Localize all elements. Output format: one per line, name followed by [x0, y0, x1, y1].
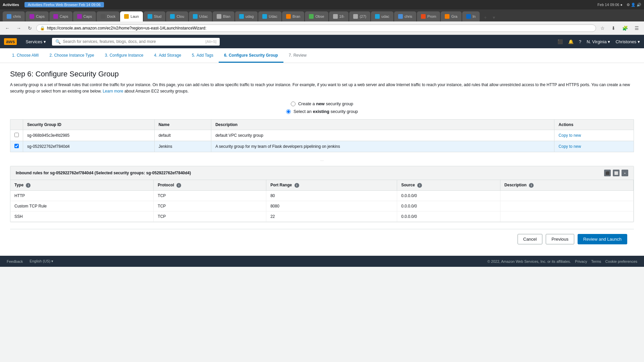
- radio-select-existing[interactable]: Select an existing security group: [286, 109, 358, 114]
- radio-create-new[interactable]: Create a new security group: [291, 101, 353, 106]
- tab-blan[interactable]: Blan: [213, 11, 234, 21]
- language-selector[interactable]: English (US) ▾: [30, 259, 53, 263]
- wizard-step-7[interactable]: 7. Review: [283, 49, 312, 63]
- wizard-step-3[interactable]: 3. Configure Instance: [100, 49, 149, 63]
- user-menu[interactable]: Christones ▾: [615, 39, 640, 44]
- sg-row-0-checkbox[interactable]: [14, 133, 19, 137]
- sg-row-1-checkbox[interactable]: [14, 144, 19, 148]
- refresh-button[interactable]: ↻: [25, 24, 34, 32]
- tab-caps-3[interactable]: Caps: [73, 11, 96, 21]
- cookie-preferences-link[interactable]: Cookie preferences: [605, 259, 637, 263]
- learn-more-link[interactable]: Learn more: [103, 89, 123, 94]
- inbound-icon-3[interactable]: ▪: [622, 170, 628, 176]
- services-button[interactable]: Services ▾: [23, 38, 49, 46]
- tab-obse[interactable]: Obse: [305, 11, 328, 21]
- tab-caps-1[interactable]: Caps: [25, 11, 49, 21]
- type-info-icon[interactable]: i: [26, 183, 31, 188]
- rule-row-2: SSH TCP 22 0.0.0.0/0: [10, 212, 634, 222]
- rules-header-protocol: Protocol i: [154, 180, 266, 190]
- footer-actions: Cancel Previous Review and Launch: [10, 229, 634, 249]
- ssl-lock-icon: 🔒: [40, 26, 45, 31]
- wizard-step-5[interactable]: 5. Add Tags: [186, 49, 219, 63]
- tab-udac3[interactable]: udac: [371, 11, 393, 21]
- description-info-icon[interactable]: i: [529, 183, 534, 188]
- aws-search-bar[interactable]: 🔍 [Alt+S]: [52, 38, 220, 46]
- tab-dock[interactable]: Dock: [97, 11, 119, 21]
- tab-list-button[interactable]: ▾: [490, 13, 497, 21]
- inbound-icon-2[interactable]: ⬜: [613, 170, 620, 176]
- menu-button[interactable]: ☰: [632, 24, 641, 32]
- taskbar-firefox[interactable]: Activities Firefox Web Browser Feb 14 09…: [24, 2, 104, 7]
- rule-row-0: HTTP TCP 80 0.0.0.0/0: [10, 191, 634, 201]
- forward-button[interactable]: →: [14, 24, 23, 32]
- tab-27[interactable]: (27): [349, 11, 370, 21]
- rule-0-type: HTTP: [10, 191, 154, 201]
- rule-1-source: 0.0.0.0/0: [397, 201, 500, 212]
- port-range-info-icon[interactable]: i: [294, 183, 299, 188]
- download-button[interactable]: ⬇: [609, 24, 618, 32]
- tab-bran[interactable]: Bran: [282, 11, 304, 21]
- privacy-link[interactable]: Privacy: [575, 259, 587, 263]
- wizard-step-6[interactable]: 6. Configure Security Group: [219, 49, 283, 63]
- tab-launch[interactable]: Laun: [120, 11, 143, 21]
- help-icon[interactable]: ?: [579, 39, 581, 44]
- inbound-rules-title: Inbound rules for sg-052922762ef7840d4 (…: [16, 171, 191, 175]
- tab-18[interactable]: 18-: [329, 11, 349, 21]
- aws-search-input[interactable]: [63, 39, 205, 44]
- cloudshell-icon[interactable]: ⬛: [557, 39, 563, 44]
- rules-header-type: Type i: [10, 180, 154, 190]
- review-and-launch-button[interactable]: Review and Launch: [578, 234, 627, 244]
- sg-row-0-name: default: [154, 130, 211, 141]
- sg-table-header-description: Description: [211, 120, 554, 130]
- notifications-icon[interactable]: 🔔: [568, 39, 574, 44]
- tab-in[interactable]: In: [462, 11, 480, 21]
- extensions-button[interactable]: 🧩: [620, 24, 630, 32]
- search-icon: 🔍: [55, 39, 61, 44]
- feedback-link[interactable]: Feedback: [7, 259, 23, 263]
- sg-row-0-copy-link[interactable]: Copy to new: [558, 133, 581, 138]
- tab-stud[interactable]: Stud: [144, 11, 166, 21]
- radio-create-new-input[interactable]: [291, 102, 296, 106]
- bookmark-button[interactable]: ☆: [598, 24, 607, 32]
- linux-taskbar: Activities Activities Firefox Web Browse…: [0, 0, 644, 9]
- region-selector[interactable]: N. Virginia ▾: [587, 39, 610, 44]
- sg-table-header-checkbox: [10, 120, 23, 130]
- tab-chris2[interactable]: chris: [394, 11, 416, 21]
- terms-link[interactable]: Terms: [591, 259, 601, 263]
- url-input[interactable]: [47, 26, 592, 31]
- sg-table-row-1[interactable]: sg-052922762ef7840d4 Jenkins A security …: [10, 141, 634, 152]
- address-bar[interactable]: 🔒: [36, 24, 596, 32]
- tab-clou[interactable]: Clou: [166, 11, 188, 21]
- back-button[interactable]: ←: [3, 24, 12, 32]
- page-description: A security group is a set of firewall ru…: [10, 82, 634, 95]
- sg-row-1-id: sg-052922762ef7840d4: [23, 141, 155, 152]
- wizard-step-2[interactable]: 2. Choose Instance Type: [44, 49, 99, 63]
- rules-header-description: Description i: [500, 180, 633, 190]
- tab-chris-1[interactable]: chris: [3, 11, 25, 21]
- security-groups-table: Security Group ID Name Description Actio…: [10, 119, 634, 152]
- tab-udac[interactable]: Udac: [189, 11, 212, 21]
- wizard-step-1[interactable]: 1. Choose AMI: [7, 49, 44, 63]
- rule-2-description: [500, 212, 633, 222]
- source-info-icon[interactable]: i: [417, 183, 422, 188]
- taskbar-activities[interactable]: Activities: [3, 3, 19, 7]
- sg-row-1-copy-link[interactable]: Copy to new: [558, 144, 581, 149]
- previous-button[interactable]: Previous: [546, 234, 574, 244]
- tab-gra[interactable]: Gra: [441, 11, 461, 21]
- wizard-step-4[interactable]: 4. Add Storage: [149, 49, 186, 63]
- sg-table-row-0[interactable]: sg-068b945c3e4fd2985 default default VPC…: [10, 130, 634, 141]
- new-tab-button[interactable]: +: [482, 13, 489, 21]
- cancel-button[interactable]: Cancel: [518, 234, 542, 244]
- tab-prom[interactable]: Prom: [417, 11, 440, 21]
- aws-logo[interactable]: aws: [4, 38, 17, 45]
- inbound-icon-1[interactable]: ⬛: [604, 170, 611, 176]
- tab-udac2[interactable]: Udac: [258, 11, 281, 21]
- protocol-info-icon[interactable]: i: [176, 183, 181, 188]
- divider-handle[interactable]: ⋯: [10, 159, 634, 163]
- radio-select-existing-input[interactable]: [286, 109, 291, 114]
- tab-udag[interactable]: udag: [235, 11, 258, 21]
- sg-row-1-description: A security group for my team of Flask de…: [211, 141, 554, 152]
- tab-caps-2[interactable]: Caps: [49, 11, 72, 21]
- rule-0-port-range: 80: [266, 191, 397, 201]
- aws-header-right: ⬛ 🔔 ? N. Virginia ▾ Christones ▾: [557, 39, 640, 44]
